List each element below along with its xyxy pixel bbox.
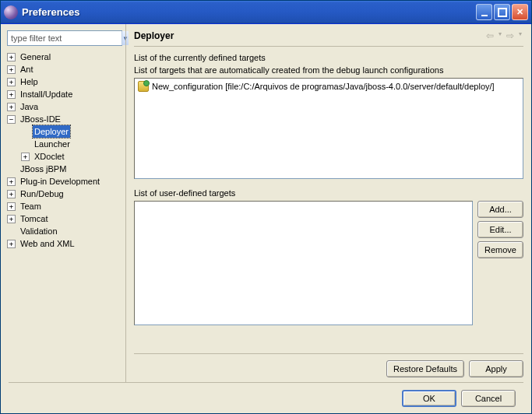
cancel-button[interactable]: Cancel bbox=[461, 390, 516, 407]
tree-item[interactable]: +Web and XML bbox=[7, 237, 122, 250]
dialog-footer: OK Cancel bbox=[9, 382, 523, 413]
expand-icon[interactable]: + bbox=[7, 202, 16, 211]
panel-title: Deployer bbox=[134, 30, 174, 41]
title-bar: Preferences bbox=[1, 1, 531, 24]
filter-field[interactable]: ▼ bbox=[7, 30, 122, 46]
tree-item[interactable]: Validation bbox=[7, 225, 122, 237]
tree-item[interactable]: −JBoss-IDE bbox=[7, 113, 122, 125]
restore-defaults-button[interactable]: Restore Defaults bbox=[386, 360, 464, 377]
tree-item[interactable]: +XDoclet bbox=[7, 150, 122, 163]
tree-item-label[interactable]: Plug-in Development bbox=[19, 175, 101, 188]
expand-icon[interactable]: + bbox=[7, 90, 16, 99]
expand-icon[interactable]: + bbox=[7, 190, 16, 198]
expand-icon[interactable]: + bbox=[7, 65, 16, 74]
expand-icon[interactable]: + bbox=[7, 53, 16, 61]
tree-item[interactable]: +Run/Debug bbox=[7, 188, 122, 200]
apply-button[interactable]: Apply bbox=[469, 360, 523, 377]
tree-item-label[interactable]: Deployer bbox=[33, 125, 70, 138]
expand-icon[interactable]: + bbox=[7, 103, 16, 111]
nav-arrows: ⇦▾ ⇨▾ bbox=[484, 30, 523, 41]
minimize-button[interactable] bbox=[476, 4, 492, 20]
expand-icon[interactable]: + bbox=[7, 177, 16, 186]
panel-header: Deployer ⇦▾ ⇨▾ bbox=[134, 30, 523, 47]
no-expand-icon bbox=[7, 165, 16, 174]
tree-item-label[interactable]: Help bbox=[19, 75, 40, 88]
no-expand-icon bbox=[7, 227, 16, 236]
filter-input[interactable] bbox=[8, 31, 122, 45]
tree-item[interactable]: Deployer bbox=[7, 125, 122, 138]
tree-item-label[interactable]: General bbox=[19, 51, 52, 63]
panel-bottom-buttons: Restore Defaults Apply bbox=[134, 353, 523, 377]
user-list-row: Add... Edit... Remove bbox=[134, 201, 523, 325]
tree-item[interactable]: JBoss jBPM bbox=[7, 163, 122, 175]
tree-item-label[interactable]: XDoclet bbox=[33, 150, 66, 163]
add-button[interactable]: Add... bbox=[477, 201, 523, 218]
window-controls bbox=[476, 4, 528, 20]
tree-item-label[interactable]: Team bbox=[19, 200, 43, 212]
side-buttons: Add... Edit... Remove bbox=[477, 201, 523, 325]
tree-item-label[interactable]: Ant bbox=[19, 63, 35, 75]
no-expand-icon bbox=[21, 128, 30, 136]
tree-item[interactable]: Launcher bbox=[7, 138, 122, 150]
tree-item-label[interactable]: Tomcat bbox=[19, 212, 49, 225]
window-title: Preferences bbox=[22, 6, 79, 18]
sidebar: ▼ +General+Ant+Help+Install/Update+Java−… bbox=[1, 24, 125, 382]
tree-item-label[interactable]: Web and XML bbox=[19, 237, 76, 250]
user-targets-list[interactable] bbox=[134, 201, 473, 325]
tree-item-label[interactable]: JBoss-IDE bbox=[19, 113, 62, 125]
tree-item[interactable]: +Plug-in Development bbox=[7, 175, 122, 188]
target-icon bbox=[138, 81, 149, 92]
tree-item-label[interactable]: Launcher bbox=[33, 138, 72, 150]
auto-targets-list[interactable]: New_configuration [file:/C:/Arquivos de … bbox=[134, 78, 523, 179]
maximize-button[interactable] bbox=[494, 4, 510, 20]
remove-button[interactable]: Remove bbox=[477, 241, 523, 258]
tree-item[interactable]: +Team bbox=[7, 200, 122, 212]
collapse-icon[interactable]: − bbox=[7, 115, 16, 124]
auto-list-label: List of targets that are automatically c… bbox=[134, 65, 523, 75]
forward-icon[interactable]: ⇨ bbox=[505, 30, 516, 41]
tree-item[interactable]: +Help bbox=[7, 75, 122, 88]
preferences-tree[interactable]: +General+Ant+Help+Install/Update+Java−JB… bbox=[7, 51, 122, 250]
preferences-panel: Deployer ⇦▾ ⇨▾ List of the currently def… bbox=[125, 24, 531, 382]
tree-item-label[interactable]: Run/Debug bbox=[19, 188, 65, 200]
content-area: ▼ +General+Ant+Help+Install/Update+Java−… bbox=[1, 24, 531, 382]
edit-button[interactable]: Edit... bbox=[477, 221, 523, 238]
target-item[interactable]: New_configuration [file:/C:/Arquivos de … bbox=[136, 80, 521, 93]
tree-item-label[interactable]: JBoss jBPM bbox=[19, 163, 68, 175]
tree-item-label[interactable]: Install/Update bbox=[19, 88, 74, 100]
tree-item[interactable]: +Tomcat bbox=[7, 212, 122, 225]
target-label: New_configuration [file:/C:/Arquivos de … bbox=[152, 82, 495, 91]
tree-item-label[interactable]: Java bbox=[19, 100, 40, 113]
app-icon bbox=[4, 5, 18, 19]
tree-item[interactable]: +General bbox=[7, 51, 122, 63]
expand-icon[interactable]: + bbox=[21, 153, 30, 161]
ok-button[interactable]: OK bbox=[402, 390, 456, 407]
tree-item[interactable]: +Install/Update bbox=[7, 88, 122, 100]
tree-item[interactable]: +Ant bbox=[7, 63, 122, 75]
close-button[interactable] bbox=[512, 4, 528, 20]
back-icon[interactable]: ⇦ bbox=[484, 30, 495, 41]
user-list-label: List of user-defined targets bbox=[134, 188, 523, 198]
tree-item[interactable]: +Java bbox=[7, 100, 122, 113]
expand-icon[interactable]: + bbox=[7, 215, 16, 223]
list-heading: List of the currently defined targets bbox=[134, 53, 523, 62]
expand-icon[interactable]: + bbox=[7, 240, 16, 248]
tree-item-label[interactable]: Validation bbox=[19, 225, 59, 237]
expand-icon[interactable]: + bbox=[7, 78, 16, 86]
no-expand-icon bbox=[21, 140, 30, 149]
